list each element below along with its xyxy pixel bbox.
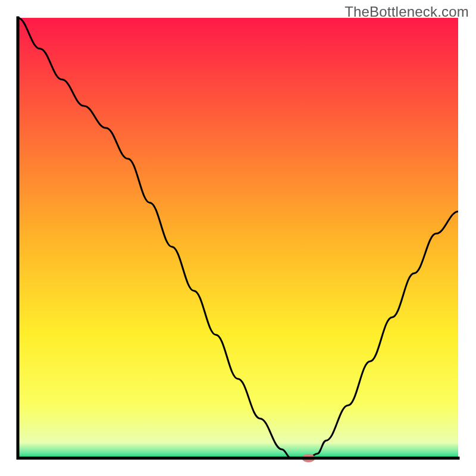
chart-container: TheBottleneck.com <box>0 0 476 476</box>
watermark-text: TheBottleneck.com <box>345 4 469 20</box>
chart-svg <box>0 0 476 476</box>
plot-background <box>18 18 458 458</box>
